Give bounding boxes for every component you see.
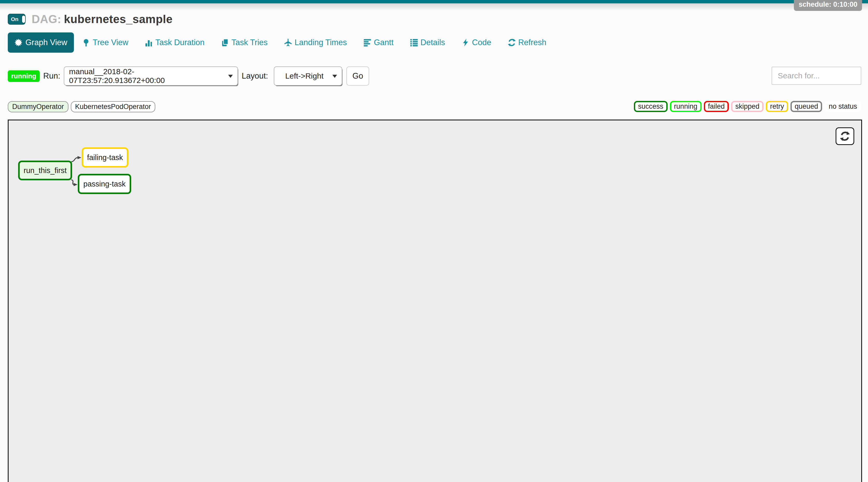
task-node-run-this-first[interactable]: run_this_first [18,160,72,180]
go-button[interactable]: Go [346,66,369,86]
tab-code[interactable]: Code [462,38,491,47]
tab-label: Landing Times [294,38,347,47]
list-icon [410,39,418,47]
dag-label: DAG: [32,13,61,25]
dag-run-state-badge: running [8,70,40,82]
status-badge-retry: retry [766,101,788,112]
search-input[interactable] [772,67,861,85]
tab-gantt[interactable]: Gantt [364,38,394,47]
top-teal-strip [0,0,868,3]
run-label: Run: [43,71,60,81]
operator-legend-kubernetespod: KubernetesPodOperator [71,101,156,112]
duplicate-icon [221,39,229,47]
tab-label: Tree View [93,38,128,47]
tab-label: Task Tries [231,38,268,47]
dag-name: kubernetes_sample [64,13,173,25]
tab-tree-view[interactable]: Tree View [82,38,128,47]
status-legend: success running failed skipped retry que… [634,101,861,112]
task-node-passing-task[interactable]: passing-task [78,174,131,194]
task-node-label: passing-task [84,180,126,188]
page-title: DAG:kubernetes_sample [32,13,173,26]
run-controls: running Run: manual__2018-02-07T23:57:20… [8,66,868,86]
run-select-value: manual__2018-02-07T23:57:20.913672+00:00 [69,67,225,85]
refresh-icon [840,131,850,141]
tab-details[interactable]: Details [410,38,445,47]
bolt-icon [462,39,469,47]
status-badge-failed: failed [704,101,729,112]
status-badge-running: running [670,101,702,112]
task-node-label: run_this_first [24,166,67,175]
status-badge-queued: queued [790,101,822,112]
layout-label: Layout: [242,71,268,81]
dag-graph-canvas[interactable]: run_this_first failing-task passing-task [8,120,862,482]
edge-arrowhead [78,156,82,159]
dag-on-off-toggle[interactable]: On [8,14,25,25]
layout-select[interactable]: Left->Right [274,66,342,86]
tab-label: Refresh [518,38,547,47]
tab-label: Details [421,38,445,47]
plane-icon [284,39,292,47]
edge-arrowhead [74,183,78,186]
run-select[interactable]: manual__2018-02-07T23:57:20.913672+00:00 [64,66,238,86]
chevron-down-icon [228,75,233,78]
bar-chart-icon [145,39,153,47]
view-nav: Graph View Tree View Task Duration Task … [8,32,868,53]
tab-landing-times[interactable]: Landing Times [284,38,347,47]
nav-links: Tree View Task Duration Task Tries Landi… [82,38,546,47]
certificate-star-icon [14,39,22,47]
tab-graph-view[interactable]: Graph View [8,32,74,53]
graph-refresh-button[interactable] [836,127,854,145]
top-shadow [0,3,868,10]
status-badge-success: success [634,101,668,112]
chevron-down-icon [332,75,337,78]
tree-icon [82,39,90,47]
tab-label: Code [472,38,491,47]
schedule-badge: schedule: 0:10:00 [794,0,862,11]
layout-select-value: Left->Right [285,71,323,81]
edge-run-this-first-to-failing-task [71,158,78,162]
tab-task-duration[interactable]: Task Duration [145,38,205,47]
refresh-icon [508,39,516,47]
tab-label: Graph View [25,38,67,47]
task-node-failing-task[interactable]: failing-task [82,147,128,168]
toggle-on-label: On [11,16,19,22]
task-node-label: failing-task [87,153,123,162]
edge-run-this-first-to-passing-task [71,180,74,185]
operator-legend-dummy: DummyOperator [8,101,68,112]
tab-label: Gantt [374,38,394,47]
toggle-knob[interactable] [22,15,26,23]
status-badge-no-status: no status [825,101,861,112]
tab-task-tries[interactable]: Task Tries [221,38,268,47]
tab-refresh[interactable]: Refresh [508,38,547,47]
header: On DAG:kubernetes_sample schedule: 0:10:… [8,11,868,27]
tab-label: Task Duration [155,38,205,47]
align-left-icon [364,39,371,47]
legend-row: DummyOperator KubernetesPodOperator succ… [8,101,868,112]
status-badge-skipped: skipped [731,101,764,112]
